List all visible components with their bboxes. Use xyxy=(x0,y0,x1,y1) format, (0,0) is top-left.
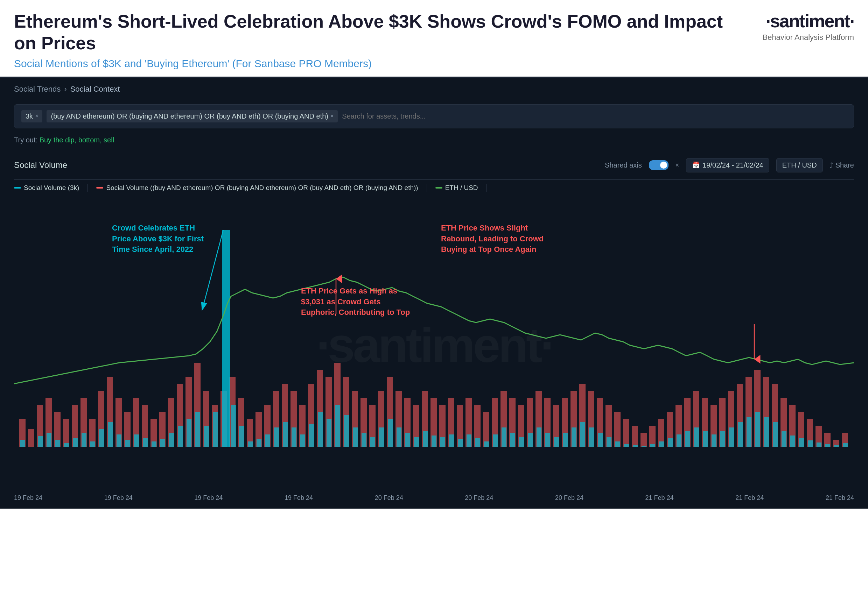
svg-rect-186 xyxy=(808,440,813,447)
svg-rect-160 xyxy=(580,422,585,447)
svg-rect-114 xyxy=(178,426,183,447)
calendar-icon: 📅 xyxy=(692,161,699,169)
svg-rect-139 xyxy=(397,427,402,447)
svg-rect-119 xyxy=(213,412,218,447)
x-label-10: 21 Feb 24 xyxy=(825,494,854,501)
try-out-row: Try out: Buy the dip, bottom, sell xyxy=(0,132,868,151)
svg-rect-180 xyxy=(755,412,760,447)
x-label-1: 19 Feb 24 xyxy=(14,494,43,501)
svg-rect-2 xyxy=(28,429,34,447)
svg-rect-161 xyxy=(589,427,594,447)
x-label-6: 20 Feb 24 xyxy=(465,494,493,501)
svg-rect-129 xyxy=(309,424,314,447)
chart-legend: Social Volume (3k) Social Volume ((buy A… xyxy=(14,179,854,196)
svg-rect-171 xyxy=(677,434,681,447)
shared-axis-toggle[interactable] xyxy=(649,160,668,170)
try-out-links[interactable]: Buy the dip, bottom, sell xyxy=(39,136,114,144)
svg-rect-153 xyxy=(519,437,524,447)
svg-rect-146 xyxy=(458,439,463,447)
svg-rect-96 xyxy=(20,440,25,447)
svg-rect-141 xyxy=(414,437,419,447)
svg-rect-163 xyxy=(606,437,611,447)
svg-rect-162 xyxy=(598,433,603,447)
search-tag-2[interactable]: (buy AND ethereum) OR (buying AND ethere… xyxy=(47,110,338,123)
svg-rect-140 xyxy=(405,433,410,447)
share-button[interactable]: ⤴ Share xyxy=(830,161,854,169)
legend-item-3: ETH / USD xyxy=(427,184,487,192)
legend-color-3 xyxy=(435,187,443,189)
svg-rect-156 xyxy=(545,433,550,447)
svg-rect-184 xyxy=(790,435,795,447)
x-label-2: 19 Feb 24 xyxy=(104,494,133,501)
santiment-logo: ·santiment· xyxy=(762,11,854,31)
date-range-text: 19/02/24 - 21/02/24 xyxy=(703,161,763,169)
svg-rect-178 xyxy=(738,422,743,447)
svg-rect-130 xyxy=(318,412,323,447)
svg-rect-170 xyxy=(668,438,673,447)
svg-rect-176 xyxy=(720,431,725,447)
legend-color-2 xyxy=(96,187,103,189)
annotation-3-text: ETH Price Shows SlightRebound, Leading t… xyxy=(441,223,543,255)
toggle-knob xyxy=(660,162,667,169)
svg-rect-152 xyxy=(510,433,515,447)
annotation-3: ETH Price Shows SlightRebound, Leading t… xyxy=(441,223,543,255)
search-input[interactable] xyxy=(342,112,847,120)
svg-rect-175 xyxy=(712,434,717,447)
svg-rect-125 xyxy=(274,427,279,447)
breadcrumb-parent[interactable]: Social Trends xyxy=(14,85,61,94)
svg-rect-154 xyxy=(528,433,533,447)
svg-rect-115 xyxy=(187,419,191,447)
legend-item-1: Social Volume (3k) xyxy=(14,184,88,192)
svg-rect-132 xyxy=(335,405,340,447)
svg-rect-133 xyxy=(344,415,349,447)
svg-rect-124 xyxy=(265,434,270,447)
svg-rect-150 xyxy=(493,434,498,447)
date-range-picker[interactable]: 📅 19/02/24 - 21/02/24 xyxy=(686,158,769,173)
toggle-close[interactable]: × xyxy=(676,162,679,169)
svg-rect-103 xyxy=(82,433,87,447)
svg-rect-164 xyxy=(615,442,620,447)
svg-rect-143 xyxy=(432,435,436,447)
svg-rect-113 xyxy=(169,433,174,447)
svg-rect-167 xyxy=(641,446,646,447)
svg-rect-109 xyxy=(134,434,139,447)
svg-rect-187 xyxy=(816,443,821,447)
legend-color-1 xyxy=(14,187,21,189)
chart-header: Social Volume Shared axis × 📅 19/02/24 -… xyxy=(14,158,854,173)
shared-axis-label: Shared axis xyxy=(605,161,642,169)
svg-rect-120 xyxy=(231,405,236,447)
svg-rect-72 xyxy=(641,433,647,447)
svg-rect-112 xyxy=(160,439,165,447)
breadcrumb-separator: › xyxy=(64,85,66,94)
svg-rect-190 xyxy=(843,443,848,447)
svg-rect-108 xyxy=(125,440,130,447)
eth-usd-button[interactable]: ETH / USD xyxy=(776,158,823,173)
svg-rect-148 xyxy=(475,438,480,447)
legend-item-2: Social Volume ((buy AND ethereum) OR (bu… xyxy=(88,184,427,192)
svg-rect-181 xyxy=(764,417,769,447)
search-bar: 3k × (buy AND ethereum) OR (buying AND e… xyxy=(14,104,854,128)
svg-rect-138 xyxy=(388,419,393,447)
tag-1-close[interactable]: × xyxy=(35,113,38,119)
header-right: ·santiment· Behavior Analysis Platform xyxy=(748,11,854,42)
svg-rect-185 xyxy=(799,438,804,447)
annotation-2: ETH Price Gets as High as$3,031 as Crowd… xyxy=(301,286,410,318)
svg-rect-134 xyxy=(353,427,358,447)
legend-label-2: Social Volume ((buy AND ethereum) OR (bu… xyxy=(106,184,418,192)
svg-rect-71 xyxy=(632,426,638,447)
svg-rect-159 xyxy=(572,427,577,447)
svg-rect-116 xyxy=(195,412,200,447)
svg-rect-144 xyxy=(440,437,445,447)
svg-rect-151 xyxy=(501,427,506,447)
svg-rect-165 xyxy=(624,444,629,447)
svg-rect-169 xyxy=(659,442,664,447)
x-label-7: 20 Feb 24 xyxy=(555,494,583,501)
svg-rect-183 xyxy=(781,431,786,447)
page-title: Ethereum's Short-Lived Celebration Above… xyxy=(14,11,748,54)
svg-rect-107 xyxy=(117,434,121,447)
x-label-9: 21 Feb 24 xyxy=(735,494,764,501)
tag-2-close[interactable]: × xyxy=(331,113,334,119)
search-tag-1[interactable]: 3k × xyxy=(21,110,43,123)
annotation-2-text: ETH Price Gets as High as$3,031 as Crowd… xyxy=(301,286,410,318)
svg-rect-111 xyxy=(151,442,156,447)
